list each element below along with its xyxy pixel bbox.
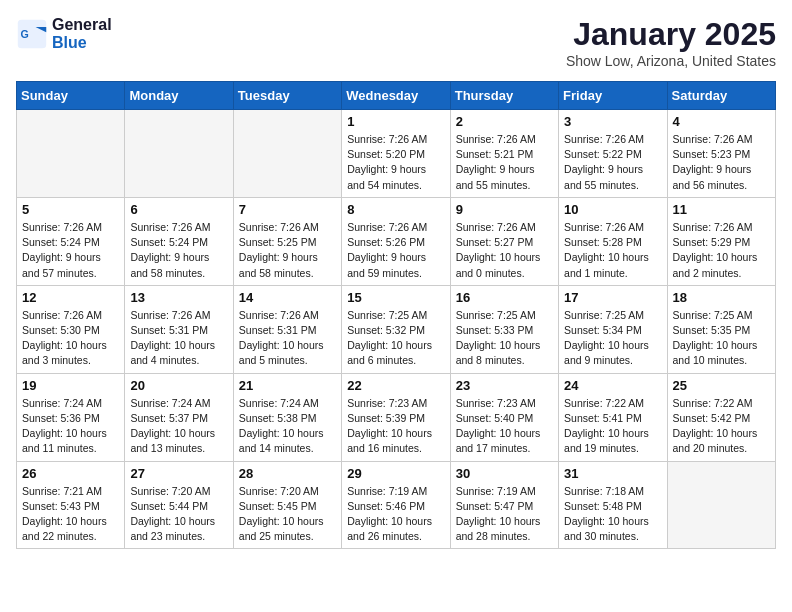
day-info: Sunrise: 7:21 AM Sunset: 5:43 PM Dayligh… [22, 484, 119, 545]
day-number: 15 [347, 290, 444, 305]
day-info: Sunrise: 7:26 AM Sunset: 5:21 PM Dayligh… [456, 132, 553, 193]
day-number: 21 [239, 378, 336, 393]
day-number: 1 [347, 114, 444, 129]
day-number: 3 [564, 114, 661, 129]
table-row: 24Sunrise: 7:22 AM Sunset: 5:41 PM Dayli… [559, 373, 667, 461]
day-info: Sunrise: 7:20 AM Sunset: 5:44 PM Dayligh… [130, 484, 227, 545]
table-row: 5Sunrise: 7:26 AM Sunset: 5:24 PM Daylig… [17, 197, 125, 285]
week-row-5: 26Sunrise: 7:21 AM Sunset: 5:43 PM Dayli… [17, 461, 776, 549]
table-row: 1Sunrise: 7:26 AM Sunset: 5:20 PM Daylig… [342, 110, 450, 198]
day-number: 2 [456, 114, 553, 129]
day-info: Sunrise: 7:26 AM Sunset: 5:22 PM Dayligh… [564, 132, 661, 193]
col-sunday: Sunday [17, 82, 125, 110]
day-number: 19 [22, 378, 119, 393]
table-row: 10Sunrise: 7:26 AM Sunset: 5:28 PM Dayli… [559, 197, 667, 285]
table-row: 26Sunrise: 7:21 AM Sunset: 5:43 PM Dayli… [17, 461, 125, 549]
day-info: Sunrise: 7:24 AM Sunset: 5:38 PM Dayligh… [239, 396, 336, 457]
day-info: Sunrise: 7:25 AM Sunset: 5:35 PM Dayligh… [673, 308, 770, 369]
table-row: 11Sunrise: 7:26 AM Sunset: 5:29 PM Dayli… [667, 197, 775, 285]
calendar-table: Sunday Monday Tuesday Wednesday Thursday… [16, 81, 776, 549]
col-thursday: Thursday [450, 82, 558, 110]
day-number: 23 [456, 378, 553, 393]
day-info: Sunrise: 7:23 AM Sunset: 5:40 PM Dayligh… [456, 396, 553, 457]
day-info: Sunrise: 7:20 AM Sunset: 5:45 PM Dayligh… [239, 484, 336, 545]
day-number: 8 [347, 202, 444, 217]
month-title: January 2025 [566, 16, 776, 53]
day-number: 6 [130, 202, 227, 217]
day-number: 25 [673, 378, 770, 393]
col-wednesday: Wednesday [342, 82, 450, 110]
table-row: 9Sunrise: 7:26 AM Sunset: 5:27 PM Daylig… [450, 197, 558, 285]
table-row: 28Sunrise: 7:20 AM Sunset: 5:45 PM Dayli… [233, 461, 341, 549]
day-number: 11 [673, 202, 770, 217]
logo: G General Blue [16, 16, 112, 52]
table-row [17, 110, 125, 198]
table-row: 6Sunrise: 7:26 AM Sunset: 5:24 PM Daylig… [125, 197, 233, 285]
day-number: 13 [130, 290, 227, 305]
day-info: Sunrise: 7:24 AM Sunset: 5:37 PM Dayligh… [130, 396, 227, 457]
table-row: 21Sunrise: 7:24 AM Sunset: 5:38 PM Dayli… [233, 373, 341, 461]
table-row: 7Sunrise: 7:26 AM Sunset: 5:25 PM Daylig… [233, 197, 341, 285]
day-info: Sunrise: 7:26 AM Sunset: 5:31 PM Dayligh… [130, 308, 227, 369]
page-header: G General Blue January 2025 Show Low, Ar… [16, 16, 776, 69]
week-row-4: 19Sunrise: 7:24 AM Sunset: 5:36 PM Dayli… [17, 373, 776, 461]
day-info: Sunrise: 7:18 AM Sunset: 5:48 PM Dayligh… [564, 484, 661, 545]
day-number: 9 [456, 202, 553, 217]
day-info: Sunrise: 7:26 AM Sunset: 5:26 PM Dayligh… [347, 220, 444, 281]
day-number: 29 [347, 466, 444, 481]
day-number: 17 [564, 290, 661, 305]
week-row-1: 1Sunrise: 7:26 AM Sunset: 5:20 PM Daylig… [17, 110, 776, 198]
day-info: Sunrise: 7:24 AM Sunset: 5:36 PM Dayligh… [22, 396, 119, 457]
day-info: Sunrise: 7:26 AM Sunset: 5:29 PM Dayligh… [673, 220, 770, 281]
calendar-header-row: Sunday Monday Tuesday Wednesday Thursday… [17, 82, 776, 110]
table-row: 25Sunrise: 7:22 AM Sunset: 5:42 PM Dayli… [667, 373, 775, 461]
day-info: Sunrise: 7:26 AM Sunset: 5:23 PM Dayligh… [673, 132, 770, 193]
day-number: 12 [22, 290, 119, 305]
table-row: 22Sunrise: 7:23 AM Sunset: 5:39 PM Dayli… [342, 373, 450, 461]
table-row: 20Sunrise: 7:24 AM Sunset: 5:37 PM Dayli… [125, 373, 233, 461]
table-row: 13Sunrise: 7:26 AM Sunset: 5:31 PM Dayli… [125, 285, 233, 373]
svg-text:G: G [20, 28, 28, 40]
table-row [125, 110, 233, 198]
table-row: 3Sunrise: 7:26 AM Sunset: 5:22 PM Daylig… [559, 110, 667, 198]
day-info: Sunrise: 7:22 AM Sunset: 5:42 PM Dayligh… [673, 396, 770, 457]
table-row: 12Sunrise: 7:26 AM Sunset: 5:30 PM Dayli… [17, 285, 125, 373]
col-friday: Friday [559, 82, 667, 110]
week-row-2: 5Sunrise: 7:26 AM Sunset: 5:24 PM Daylig… [17, 197, 776, 285]
day-number: 26 [22, 466, 119, 481]
day-info: Sunrise: 7:26 AM Sunset: 5:30 PM Dayligh… [22, 308, 119, 369]
table-row: 29Sunrise: 7:19 AM Sunset: 5:46 PM Dayli… [342, 461, 450, 549]
table-row: 27Sunrise: 7:20 AM Sunset: 5:44 PM Dayli… [125, 461, 233, 549]
day-number: 18 [673, 290, 770, 305]
day-info: Sunrise: 7:25 AM Sunset: 5:34 PM Dayligh… [564, 308, 661, 369]
table-row: 19Sunrise: 7:24 AM Sunset: 5:36 PM Dayli… [17, 373, 125, 461]
title-block: January 2025 Show Low, Arizona, United S… [566, 16, 776, 69]
day-number: 22 [347, 378, 444, 393]
day-number: 14 [239, 290, 336, 305]
day-info: Sunrise: 7:19 AM Sunset: 5:46 PM Dayligh… [347, 484, 444, 545]
col-tuesday: Tuesday [233, 82, 341, 110]
day-info: Sunrise: 7:26 AM Sunset: 5:24 PM Dayligh… [22, 220, 119, 281]
day-info: Sunrise: 7:26 AM Sunset: 5:25 PM Dayligh… [239, 220, 336, 281]
day-number: 20 [130, 378, 227, 393]
day-number: 5 [22, 202, 119, 217]
day-info: Sunrise: 7:26 AM Sunset: 5:24 PM Dayligh… [130, 220, 227, 281]
table-row: 15Sunrise: 7:25 AM Sunset: 5:32 PM Dayli… [342, 285, 450, 373]
table-row [233, 110, 341, 198]
logo-text: General Blue [52, 16, 112, 52]
day-info: Sunrise: 7:23 AM Sunset: 5:39 PM Dayligh… [347, 396, 444, 457]
day-number: 16 [456, 290, 553, 305]
table-row: 16Sunrise: 7:25 AM Sunset: 5:33 PM Dayli… [450, 285, 558, 373]
col-monday: Monday [125, 82, 233, 110]
table-row: 17Sunrise: 7:25 AM Sunset: 5:34 PM Dayli… [559, 285, 667, 373]
day-info: Sunrise: 7:25 AM Sunset: 5:33 PM Dayligh… [456, 308, 553, 369]
day-number: 10 [564, 202, 661, 217]
day-number: 30 [456, 466, 553, 481]
day-info: Sunrise: 7:25 AM Sunset: 5:32 PM Dayligh… [347, 308, 444, 369]
table-row: 31Sunrise: 7:18 AM Sunset: 5:48 PM Dayli… [559, 461, 667, 549]
location: Show Low, Arizona, United States [566, 53, 776, 69]
table-row [667, 461, 775, 549]
table-row: 23Sunrise: 7:23 AM Sunset: 5:40 PM Dayli… [450, 373, 558, 461]
day-info: Sunrise: 7:19 AM Sunset: 5:47 PM Dayligh… [456, 484, 553, 545]
table-row: 8Sunrise: 7:26 AM Sunset: 5:26 PM Daylig… [342, 197, 450, 285]
